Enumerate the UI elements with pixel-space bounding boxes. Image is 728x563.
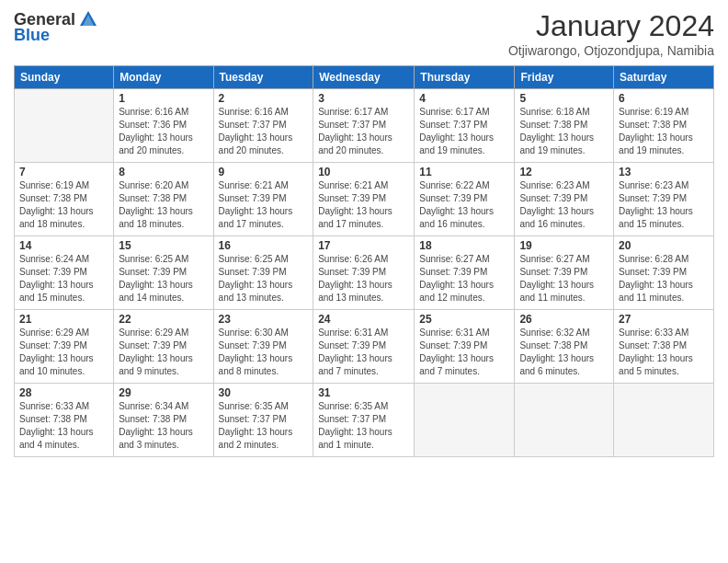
month-title: January 2024 bbox=[508, 9, 714, 43]
day-detail: Sunrise: 6:28 AMSunset: 7:39 PMDaylight:… bbox=[619, 253, 709, 304]
calendar-table: Sunday Monday Tuesday Wednesday Thursday… bbox=[14, 65, 714, 457]
calendar-cell: 30Sunrise: 6:35 AMSunset: 7:37 PMDayligh… bbox=[213, 384, 313, 457]
calendar-cell: 8Sunrise: 6:20 AMSunset: 7:38 PMDaylight… bbox=[114, 163, 213, 236]
day-detail: Sunrise: 6:25 AMSunset: 7:39 PMDaylight:… bbox=[219, 253, 309, 304]
sunrise-text: Sunrise: 6:31 AM bbox=[318, 327, 388, 338]
sunset-text: Sunset: 7:39 PM bbox=[419, 267, 487, 277]
day-detail: Sunrise: 6:18 AMSunset: 7:38 PMDaylight:… bbox=[519, 106, 609, 157]
calendar-cell: 18Sunrise: 6:27 AMSunset: 7:39 PMDayligh… bbox=[415, 236, 515, 310]
day-detail: Sunrise: 6:34 AMSunset: 7:38 PMDaylight:… bbox=[119, 400, 208, 452]
sunset-text: Sunset: 7:39 PM bbox=[119, 340, 187, 350]
calendar-cell: 9Sunrise: 6:21 AMSunset: 7:39 PMDaylight… bbox=[213, 163, 313, 236]
day-number: 5 bbox=[519, 92, 609, 105]
calendar-cell: 7Sunrise: 6:19 AMSunset: 7:38 PMDaylight… bbox=[15, 163, 114, 236]
day-number: 19 bbox=[519, 239, 609, 252]
day-detail: Sunrise: 6:17 AMSunset: 7:37 PMDaylight:… bbox=[318, 106, 409, 157]
day-number: 14 bbox=[19, 239, 108, 252]
day-number: 10 bbox=[318, 166, 409, 178]
sunset-text: Sunset: 7:39 PM bbox=[219, 193, 287, 203]
day-detail: Sunrise: 6:27 AMSunset: 7:39 PMDaylight:… bbox=[519, 253, 609, 304]
sunset-text: Sunset: 7:37 PM bbox=[318, 120, 386, 130]
calendar-cell: 11Sunrise: 6:22 AMSunset: 7:39 PMDayligh… bbox=[415, 163, 515, 236]
sunset-text: Sunset: 7:38 PM bbox=[519, 340, 587, 350]
sunrise-text: Sunrise: 6:17 AM bbox=[419, 107, 489, 117]
calendar-cell: 24Sunrise: 6:31 AMSunset: 7:39 PMDayligh… bbox=[313, 310, 415, 384]
calendar-cell: 16Sunrise: 6:25 AMSunset: 7:39 PMDayligh… bbox=[213, 236, 313, 310]
daylight-text: Daylight: 13 hours and 18 minutes. bbox=[19, 206, 94, 229]
daylight-text: Daylight: 13 hours and 8 minutes. bbox=[219, 353, 293, 376]
day-number: 6 bbox=[619, 92, 709, 105]
day-detail: Sunrise: 6:19 AMSunset: 7:38 PMDaylight:… bbox=[19, 179, 108, 231]
sunrise-text: Sunrise: 6:27 AM bbox=[519, 254, 589, 264]
sunrise-text: Sunrise: 6:19 AM bbox=[619, 107, 688, 117]
day-number: 21 bbox=[19, 313, 108, 326]
calendar-cell bbox=[415, 384, 515, 457]
daylight-text: Daylight: 13 hours and 19 minutes. bbox=[419, 132, 494, 155]
calendar-cell: 6Sunrise: 6:19 AMSunset: 7:38 PMDaylight… bbox=[614, 89, 714, 163]
sunset-text: Sunset: 7:39 PM bbox=[519, 193, 587, 203]
day-number: 17 bbox=[318, 239, 409, 252]
calendar-cell: 22Sunrise: 6:29 AMSunset: 7:39 PMDayligh… bbox=[114, 310, 213, 384]
calendar-cell bbox=[15, 89, 114, 163]
calendar-cell: 15Sunrise: 6:25 AMSunset: 7:39 PMDayligh… bbox=[114, 236, 213, 310]
calendar-cell: 14Sunrise: 6:24 AMSunset: 7:39 PMDayligh… bbox=[15, 236, 114, 310]
day-detail: Sunrise: 6:30 AMSunset: 7:39 PMDaylight:… bbox=[219, 327, 309, 378]
calendar-cell: 19Sunrise: 6:27 AMSunset: 7:39 PMDayligh… bbox=[515, 236, 614, 310]
daylight-text: Daylight: 13 hours and 10 minutes. bbox=[19, 353, 94, 376]
sunset-text: Sunset: 7:39 PM bbox=[119, 267, 187, 277]
header-sunday: Sunday bbox=[15, 66, 114, 89]
calendar-cell: 1Sunrise: 6:16 AMSunset: 7:36 PMDaylight… bbox=[114, 89, 213, 163]
sunrise-text: Sunrise: 6:21 AM bbox=[318, 180, 388, 190]
day-number: 15 bbox=[119, 239, 208, 252]
daylight-text: Daylight: 13 hours and 1 minute. bbox=[318, 427, 392, 450]
day-detail: Sunrise: 6:21 AMSunset: 7:39 PMDaylight:… bbox=[318, 179, 409, 231]
day-number: 4 bbox=[419, 92, 509, 105]
sunrise-text: Sunrise: 6:16 AM bbox=[219, 107, 289, 117]
week-row-5: 28Sunrise: 6:33 AMSunset: 7:38 PMDayligh… bbox=[15, 384, 714, 457]
sunset-text: Sunset: 7:39 PM bbox=[318, 340, 386, 350]
day-detail: Sunrise: 6:25 AMSunset: 7:39 PMDaylight:… bbox=[119, 253, 208, 304]
sunset-text: Sunset: 7:39 PM bbox=[619, 193, 687, 203]
sunset-text: Sunset: 7:37 PM bbox=[219, 120, 287, 130]
daylight-text: Daylight: 13 hours and 17 minutes. bbox=[219, 206, 293, 229]
week-row-3: 14Sunrise: 6:24 AMSunset: 7:39 PMDayligh… bbox=[15, 236, 714, 310]
sunrise-text: Sunrise: 6:21 AM bbox=[219, 180, 289, 190]
sunrise-text: Sunrise: 6:18 AM bbox=[519, 107, 589, 117]
calendar-cell: 2Sunrise: 6:16 AMSunset: 7:37 PMDaylight… bbox=[213, 89, 313, 163]
daylight-text: Daylight: 13 hours and 19 minutes. bbox=[519, 132, 594, 155]
day-detail: Sunrise: 6:23 AMSunset: 7:39 PMDaylight:… bbox=[519, 179, 609, 231]
sunset-text: Sunset: 7:38 PM bbox=[619, 340, 687, 350]
sunrise-text: Sunrise: 6:27 AM bbox=[419, 254, 489, 264]
daylight-text: Daylight: 13 hours and 20 minutes. bbox=[119, 132, 193, 155]
calendar-cell: 13Sunrise: 6:23 AMSunset: 7:39 PMDayligh… bbox=[614, 163, 714, 236]
sunset-text: Sunset: 7:39 PM bbox=[519, 267, 587, 277]
daylight-text: Daylight: 13 hours and 3 minutes. bbox=[119, 427, 193, 450]
header-friday: Friday bbox=[515, 66, 614, 89]
daylight-text: Daylight: 13 hours and 16 minutes. bbox=[519, 206, 594, 229]
calendar-header-row: Sunday Monday Tuesday Wednesday Thursday… bbox=[15, 66, 714, 89]
header-saturday: Saturday bbox=[614, 66, 714, 89]
sunrise-text: Sunrise: 6:20 AM bbox=[119, 180, 188, 190]
sunset-text: Sunset: 7:39 PM bbox=[619, 267, 687, 277]
day-detail: Sunrise: 6:26 AMSunset: 7:39 PMDaylight:… bbox=[318, 253, 409, 304]
day-detail: Sunrise: 6:32 AMSunset: 7:38 PMDaylight:… bbox=[519, 327, 609, 378]
sunset-text: Sunset: 7:39 PM bbox=[219, 267, 287, 277]
page: General Blue January 2024 Otjiwarongo, O… bbox=[0, 0, 728, 563]
daylight-text: Daylight: 13 hours and 15 minutes. bbox=[619, 206, 693, 229]
day-detail: Sunrise: 6:22 AMSunset: 7:39 PMDaylight:… bbox=[419, 179, 509, 231]
day-number: 13 bbox=[619, 166, 709, 178]
day-number: 26 bbox=[519, 313, 609, 326]
calendar-cell: 10Sunrise: 6:21 AMSunset: 7:39 PMDayligh… bbox=[313, 163, 415, 236]
sunset-text: Sunset: 7:39 PM bbox=[219, 340, 287, 350]
day-detail: Sunrise: 6:31 AMSunset: 7:39 PMDaylight:… bbox=[419, 327, 509, 378]
sunset-text: Sunset: 7:39 PM bbox=[19, 267, 87, 277]
day-number: 12 bbox=[519, 166, 609, 178]
sunset-text: Sunset: 7:37 PM bbox=[219, 414, 287, 424]
sunrise-text: Sunrise: 6:34 AM bbox=[119, 401, 188, 411]
day-number: 30 bbox=[219, 386, 309, 399]
day-number: 7 bbox=[19, 166, 108, 178]
daylight-text: Daylight: 13 hours and 20 minutes. bbox=[219, 132, 293, 155]
daylight-text: Daylight: 13 hours and 11 minutes. bbox=[619, 280, 693, 303]
daylight-text: Daylight: 13 hours and 13 minutes. bbox=[318, 280, 392, 303]
sunset-text: Sunset: 7:39 PM bbox=[318, 193, 386, 203]
